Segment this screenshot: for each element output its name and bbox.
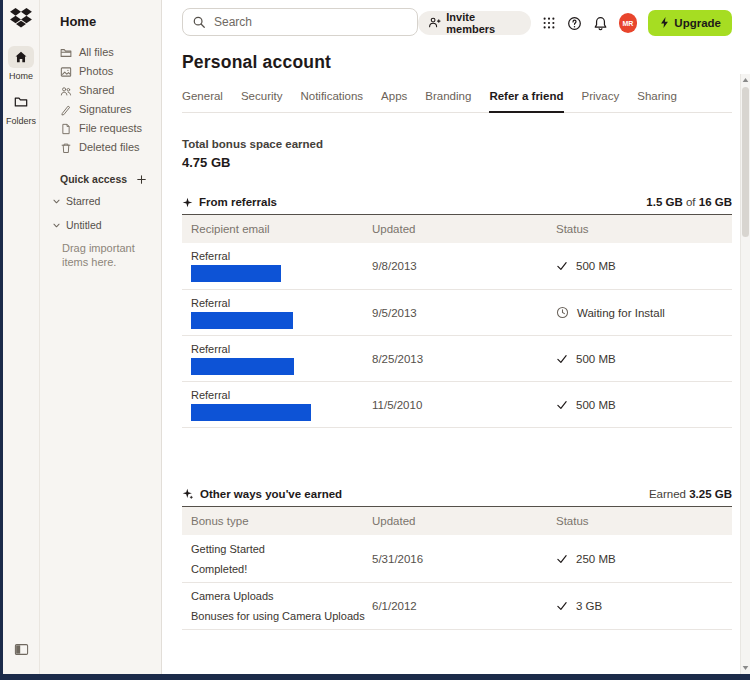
check-icon [556,399,568,411]
tab-branding[interactable]: Branding [425,90,471,112]
referrals-table-header: Recipient email Updated Status [182,215,732,243]
clock-icon [556,306,569,319]
check-icon [556,353,568,365]
table-row[interactable]: Referral 8/25/2013 500 MB [182,335,732,381]
row-updated: 8/25/2013 [372,353,556,365]
lightning-bolt-icon [659,16,670,31]
earned-value: 3.25 GB [689,488,732,500]
search-input[interactable] [182,8,418,36]
sidebar-title: Home [40,12,161,43]
row-type: Referral [191,250,372,262]
total-bonus-label: Total bonus space earned [182,138,732,150]
row-status: 500 MB [576,260,616,272]
scroll-down-icon[interactable] [741,663,750,673]
tab-security[interactable]: Security [241,90,283,112]
collapse-sidebar-icon[interactable] [14,642,29,660]
table-row[interactable]: Referral 11/5/2010 500 MB [182,381,732,427]
add-quick-access-icon[interactable] [136,174,147,185]
rail-home-label: Home [9,71,33,81]
tab-privacy[interactable]: Privacy [582,90,620,112]
row-subtitle: Completed! [191,563,372,575]
sidebar-item-all-files[interactable]: All files [40,43,161,62]
quota-total: 16 GB [699,196,732,208]
rail-item-home[interactable]: Home [8,46,34,81]
sidebar-item-starred[interactable]: Starred [40,189,161,213]
photos-icon [60,66,72,78]
help-icon[interactable] [567,16,582,31]
sidebar-item-file-requests[interactable]: File requests [40,119,161,138]
sparkle-plus-icon [182,488,194,500]
col-updated: Updated [372,515,556,527]
vertical-scrollbar[interactable] [740,74,750,674]
other-ways-title: Other ways you've earned [200,488,342,500]
row-updated: 5/31/2016 [372,553,556,565]
search-box [182,8,418,36]
table-row[interactable]: Referral 9/8/2013 500 MB [182,243,732,289]
upgrade-label: Upgrade [674,17,721,29]
top-bar: Invite members [182,8,732,36]
rail-folders-label: Folders [6,116,36,126]
sidebar-item-signatures[interactable]: Signatures [40,100,161,119]
search-icon [192,15,206,33]
tab-general[interactable]: General [182,90,223,112]
col-updated: Updated [372,223,556,235]
apps-grid-icon[interactable] [542,16,556,30]
scroll-up-icon[interactable] [741,75,750,85]
row-subtitle: Bonuses for using Camera Uploads [191,610,372,622]
row-status: 3 GB [576,600,602,612]
quota-sep: of [686,196,696,208]
sidebar-item-deleted-files[interactable]: Deleted files [40,138,161,157]
avatar[interactable]: MR [619,13,638,33]
referrals-quota: 1.5 GB of 16 GB [646,196,732,208]
rail-item-folders[interactable]: Folders [6,91,36,126]
redacted-email-bar [191,404,311,421]
sidebar-item-shared[interactable]: Shared [40,81,161,100]
invite-person-icon [428,16,441,31]
col-status: Status [556,223,732,235]
tab-refer-a-friend[interactable]: Refer a friend [489,90,563,113]
check-icon [556,553,568,565]
quota-used: 1.5 GB [646,196,682,208]
row-type: Referral [191,297,372,309]
earned-label: Earned [649,488,686,500]
sidebar-item-photos[interactable]: Photos [40,62,161,81]
tab-apps[interactable]: Apps [381,90,407,112]
all-files-icon [60,47,72,59]
row-type: Getting Started [191,543,372,555]
rail-sidebar: Home Folders [3,0,40,674]
sparkle-icon [182,197,193,208]
sidebar-item-untitled[interactable]: Untitled [40,213,161,237]
row-type: Camera Uploads [191,590,372,602]
col-status: Status [556,515,732,527]
table-row[interactable]: Referral 9/5/2013 Waiting for Install [182,289,732,335]
sidebar-item-label: All files [79,46,114,59]
redacted-email-bar [191,265,281,282]
upgrade-button[interactable]: Upgrade [648,10,732,36]
row-status: 250 MB [576,553,616,565]
page-title: Personal account [182,52,732,73]
tab-sharing[interactable]: Sharing [637,90,677,112]
chevron-down-icon [52,221,61,230]
invite-members-button[interactable]: Invite members [418,11,530,35]
quick-access-header: Quick access [40,157,161,189]
table-row[interactable]: Camera Uploads Bonuses for using Camera … [182,582,732,629]
total-bonus-summary: Total bonus space earned 4.75 GB [182,138,732,170]
table-row[interactable]: Getting Started Completed! 5/31/2016 250… [182,535,732,582]
dropbox-logo-icon[interactable] [10,8,32,32]
row-updated: 11/5/2010 [372,399,556,411]
sidebar: Home All files Photos [40,0,162,674]
main-content: Invite members [162,0,750,674]
row-type: Referral [191,389,372,401]
row-type: Referral [191,343,372,355]
settings-tabs: General Security Notifications Apps Bran… [182,90,732,113]
other-ways-section-header: Other ways you've earned Earned 3.25 GB [182,488,732,500]
other-ways-table: Bonus type Updated Status Getting Starte… [182,506,732,630]
tab-notifications[interactable]: Notifications [300,90,363,112]
row-status: 500 MB [576,399,616,411]
sidebar-item-label: Shared [79,84,114,97]
sidebar-item-label: Signatures [79,103,132,116]
scrollbar-thumb[interactable] [742,87,749,237]
referrals-title: From referrals [199,196,277,208]
chevron-down-icon [52,197,61,206]
notifications-bell-icon[interactable] [593,16,608,31]
